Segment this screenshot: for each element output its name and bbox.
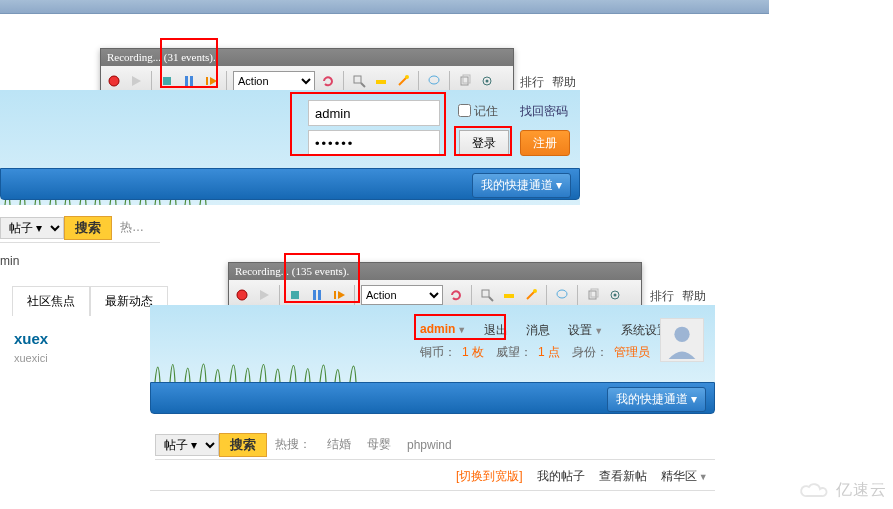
- user-nav: admin▼ 退出 消息 设置▼ 系统设置: [420, 322, 669, 339]
- svg-point-15: [486, 79, 489, 82]
- svg-marker-6: [210, 77, 217, 85]
- pause-icon[interactable]: [308, 286, 326, 304]
- register-button[interactable]: 注册: [520, 130, 570, 156]
- svg-line-24: [489, 297, 493, 301]
- recorder-title-2: Recording... (135 events).: [229, 263, 641, 280]
- user-link[interactable]: xuex: [14, 330, 48, 347]
- svg-point-27: [557, 290, 567, 298]
- recorder-window-1: Recording... (31 events). Action: [100, 48, 514, 96]
- svg-rect-2: [163, 77, 171, 85]
- pause-icon[interactable]: [180, 72, 198, 90]
- my-posts-link[interactable]: 我的帖子: [537, 468, 585, 485]
- svg-rect-3: [185, 76, 188, 86]
- login-button[interactable]: 登录: [459, 130, 509, 156]
- stop-icon[interactable]: [286, 286, 304, 304]
- stop-icon[interactable]: [158, 72, 176, 90]
- svg-rect-5: [206, 77, 208, 85]
- inspect-icon[interactable]: [350, 72, 368, 90]
- svg-rect-13: [463, 75, 470, 83]
- tab-focus[interactable]: 社区焦点: [12, 286, 90, 316]
- wand-icon[interactable]: [522, 286, 540, 304]
- highlight-icon[interactable]: [500, 286, 518, 304]
- step-icon[interactable]: [202, 72, 220, 90]
- svg-rect-23: [482, 290, 489, 297]
- separator: [471, 285, 472, 305]
- separator: [354, 285, 355, 305]
- password-input[interactable]: [308, 130, 440, 156]
- inspect-icon[interactable]: [478, 286, 496, 304]
- hot-1[interactable]: 结婚: [319, 436, 359, 453]
- footer-links: [切换到宽版] 我的帖子 查看新帖 精华区▼: [456, 468, 708, 485]
- search-button-2[interactable]: 搜索: [219, 433, 267, 457]
- refresh-icon[interactable]: [447, 286, 465, 304]
- comment-icon[interactable]: [553, 286, 571, 304]
- comment-icon[interactable]: [425, 72, 443, 90]
- step-icon[interactable]: [330, 286, 348, 304]
- copy-icon[interactable]: [584, 286, 602, 304]
- nav-help[interactable]: 帮助: [552, 74, 576, 91]
- blue-nav-bar-2: 我的快捷通道 ▾: [150, 382, 715, 414]
- action-select[interactable]: Action: [361, 285, 443, 305]
- svg-marker-1: [132, 76, 141, 86]
- role-value[interactable]: 管理员: [614, 344, 650, 361]
- remember-label: 记住: [474, 103, 498, 120]
- play-icon[interactable]: [255, 286, 273, 304]
- separator: [418, 71, 419, 91]
- cloud-icon: [798, 481, 832, 501]
- svg-rect-19: [313, 290, 316, 300]
- svg-rect-21: [334, 291, 336, 299]
- remember-checkbox[interactable]: [458, 104, 471, 117]
- new-posts-link[interactable]: 查看新帖: [599, 468, 647, 485]
- quick-access-button-2[interactable]: 我的快捷通道 ▾: [607, 387, 706, 412]
- separator: [151, 71, 152, 91]
- admin-dropdown[interactable]: admin▼: [420, 322, 466, 339]
- play-icon[interactable]: [127, 72, 145, 90]
- recover-password-link[interactable]: 找回密码: [520, 103, 568, 120]
- svg-rect-25: [504, 294, 514, 298]
- svg-rect-4: [190, 76, 193, 86]
- divider: [150, 490, 715, 491]
- svg-point-11: [429, 76, 439, 84]
- settings-link[interactable]: 设置▼: [568, 322, 603, 339]
- record-icon[interactable]: [233, 286, 251, 304]
- nav-rank[interactable]: 排行: [520, 74, 544, 91]
- svg-marker-22: [338, 291, 345, 299]
- separator: [546, 285, 547, 305]
- search-bar-2: 帖子 ▾ 搜索 热搜： 结婚 母婴 phpwind: [155, 430, 715, 460]
- logout-link[interactable]: 退出: [484, 322, 508, 339]
- role-label: 身份：: [572, 344, 608, 361]
- svg-rect-9: [376, 80, 386, 84]
- action-select[interactable]: Action: [233, 71, 315, 91]
- wand-icon[interactable]: [394, 72, 412, 90]
- username-input[interactable]: [308, 100, 440, 126]
- settings-icon[interactable]: [478, 72, 496, 90]
- svg-point-10: [405, 75, 409, 79]
- refresh-icon[interactable]: [319, 72, 337, 90]
- copy-icon[interactable]: [456, 72, 474, 90]
- svg-rect-18: [291, 291, 299, 299]
- highlight-icon[interactable]: [372, 72, 390, 90]
- record-icon[interactable]: [105, 72, 123, 90]
- hot-3[interactable]: phpwind: [399, 438, 460, 452]
- search-button-1[interactable]: 搜索: [64, 216, 112, 240]
- nav-help-2[interactable]: 帮助: [682, 288, 706, 305]
- switch-wide-link[interactable]: [切换到宽版]: [456, 468, 523, 485]
- svg-rect-28: [589, 291, 596, 299]
- hot-label-2: 热搜：: [267, 436, 319, 453]
- svg-rect-7: [354, 76, 361, 83]
- svg-rect-12: [461, 77, 468, 85]
- posts-select-1[interactable]: 帖子 ▾: [0, 217, 64, 239]
- hot-2[interactable]: 母婴: [359, 436, 399, 453]
- svg-marker-17: [260, 290, 269, 300]
- svg-point-0: [109, 76, 119, 86]
- posts-select-2[interactable]: 帖子 ▾: [155, 434, 219, 456]
- separator: [577, 285, 578, 305]
- watermark: 亿速云: [798, 480, 887, 501]
- best-posts-link[interactable]: 精华区▼: [661, 468, 708, 485]
- quick-access-button-1[interactable]: 我的快捷通道 ▾: [472, 173, 571, 198]
- nav-rank-2[interactable]: 排行: [650, 288, 674, 305]
- user-sub: xuexici: [14, 352, 48, 364]
- settings-icon[interactable]: [606, 286, 624, 304]
- avatar[interactable]: [660, 318, 704, 362]
- messages-link[interactable]: 消息: [526, 322, 550, 339]
